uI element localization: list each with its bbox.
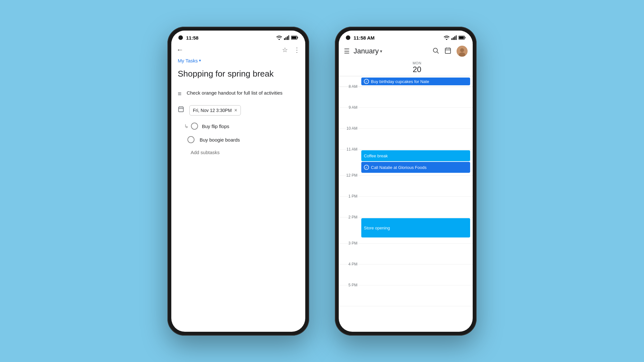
search-button[interactable]: [432, 47, 439, 55]
toolbar-1: ← ☆ ⋮: [171, 43, 305, 57]
svg-rect-6: [292, 37, 297, 39]
description-row: ≡ Check orange handout for full list of …: [171, 86, 305, 101]
subtask-checkbox-1[interactable]: [191, 123, 198, 130]
svg-point-18: [433, 48, 438, 52]
svg-rect-20: [445, 48, 451, 53]
store-opening-event[interactable]: Store opening: [361, 218, 470, 237]
time-content-10am: [361, 129, 473, 149]
time-content-9am: [361, 108, 473, 128]
svg-rect-17: [459, 37, 464, 39]
add-subtasks-button[interactable]: Add subtasks: [171, 146, 305, 158]
time-row-4pm: 4 PM: [339, 265, 473, 285]
calendar-view-button[interactable]: [444, 47, 451, 55]
allday-check-icon: ✓: [364, 79, 369, 84]
time-label-4pm: 4 PM: [339, 262, 361, 266]
svg-rect-2: [287, 36, 288, 40]
svg-rect-12: [453, 37, 454, 40]
svg-rect-11: [451, 38, 452, 40]
cal-toolbar-icons: [432, 46, 468, 57]
day-number: 20: [413, 65, 421, 74]
day-header: Mon 20: [361, 59, 473, 76]
wifi-icon-2: [444, 35, 450, 40]
more-button[interactable]: ⋮: [294, 46, 300, 54]
hamburger-button[interactable]: ☰: [344, 47, 350, 55]
subtask-row-1: ↳ Buy flip flops: [171, 119, 305, 133]
svg-rect-13: [454, 36, 455, 40]
call-natalie-check-icon: ✓: [364, 165, 369, 170]
time-row-11am: 11 AM Coffee break ✓ Call Natalie at Glo…: [339, 150, 473, 176]
signal-icon-2: [451, 35, 457, 40]
allday-event[interactable]: ✓ Buy birthday cupcakes for Nate: [361, 78, 470, 85]
battery-icon: [291, 36, 298, 40]
call-natalie-text: Call Natalie at Glorious Foods: [371, 165, 427, 170]
time-label-8am: 8 AM: [339, 84, 361, 89]
month-dropdown-arrow[interactable]: ▾: [380, 49, 382, 54]
back-button[interactable]: ←: [176, 46, 184, 54]
date-chip-close[interactable]: ×: [234, 107, 237, 113]
date-chip[interactable]: Fri, Nov 12 3:30PM ×: [189, 105, 241, 116]
time-content-4pm: [361, 265, 473, 285]
store-opening-text: Store opening: [364, 226, 390, 230]
status-bar-1: 11:58: [171, 31, 305, 43]
svg-rect-5: [298, 37, 298, 38]
camera-dot: [178, 35, 183, 40]
status-time-2: 11:58 AM: [354, 35, 444, 41]
subtask-text-1: Buy flip flops: [202, 124, 229, 129]
user-avatar[interactable]: [457, 46, 468, 57]
time-label-2pm: 2 PM: [339, 215, 361, 219]
time-label-11am: 11 AM: [339, 147, 361, 152]
time-content-1pm: [361, 197, 473, 217]
time-row-5pm: 5 PM: [339, 285, 473, 306]
calendar-icon: [178, 106, 184, 114]
phone-2: 11:58 AM: [335, 27, 477, 336]
time-row-8am: 8 AM: [339, 87, 473, 108]
indent-icon: ↳: [184, 123, 188, 129]
description-text: Check orange handout for full list of ac…: [187, 89, 283, 97]
calendar-toolbar: ☰ January ▾: [339, 43, 473, 59]
call-natalie-event[interactable]: ✓ Call Natalie at Glorious Foods: [361, 162, 470, 173]
svg-rect-3: [289, 35, 289, 40]
description-icon: ≡: [178, 90, 182, 97]
subtask-checkbox-2[interactable]: [187, 136, 194, 143]
time-content-5pm: [361, 285, 473, 306]
svg-rect-7: [179, 107, 184, 112]
time-content-11am: Coffee break ✓ Call Natalie at Glorious …: [361, 150, 473, 175]
signal-icon: [284, 35, 289, 40]
phone-1: 11:58: [167, 27, 309, 336]
calendar-body: Mon 20 ✓ Buy birthday cupcakes for Nate …: [339, 59, 473, 332]
svg-line-19: [437, 52, 439, 53]
month-name: January: [354, 47, 379, 55]
status-bar-2: 11:58 AM: [339, 31, 473, 43]
time-label-12pm: 12 PM: [339, 173, 361, 178]
subtask-row-2: Buy boogie boards: [171, 133, 305, 146]
svg-rect-16: [465, 37, 466, 38]
my-tasks-label[interactable]: My Tasks ▾: [178, 58, 299, 63]
star-button[interactable]: ☆: [282, 46, 288, 54]
time-content-8am: [361, 87, 473, 107]
time-row-2pm: 2 PM Store opening: [339, 218, 473, 244]
task-title: Shopping for spring break: [178, 69, 299, 79]
coffee-break-event[interactable]: Coffee break: [361, 150, 470, 161]
time-label-10am: 10 AM: [339, 126, 361, 131]
svg-rect-14: [456, 35, 457, 40]
allday-event-text: Buy birthday cupcakes for Nate: [371, 79, 429, 84]
my-tasks-text: My Tasks: [178, 58, 198, 63]
coffee-break-text: Coffee break: [364, 153, 388, 158]
time-row-9am: 9 AM: [339, 108, 473, 129]
time-content-12pm: [361, 176, 473, 196]
time-label-1pm: 1 PM: [339, 194, 361, 199]
battery-icon-2: [459, 36, 466, 40]
time-row-12pm: 12 PM: [339, 176, 473, 197]
svg-rect-1: [286, 37, 287, 40]
time-label-9am: 9 AM: [339, 105, 361, 110]
time-label-5pm: 5 PM: [339, 283, 361, 287]
time-label-3pm: 3 PM: [339, 241, 361, 246]
status-icons-1: [276, 35, 298, 40]
svg-point-25: [460, 48, 464, 52]
my-tasks-dropdown: ▾: [199, 58, 201, 63]
status-time-1: 11:58: [186, 35, 276, 41]
day-name: Mon: [412, 61, 421, 65]
time-row-10am: 10 AM: [339, 129, 473, 150]
time-content-2pm: Store opening: [361, 218, 473, 243]
time-row-1pm: 1 PM: [339, 197, 473, 218]
